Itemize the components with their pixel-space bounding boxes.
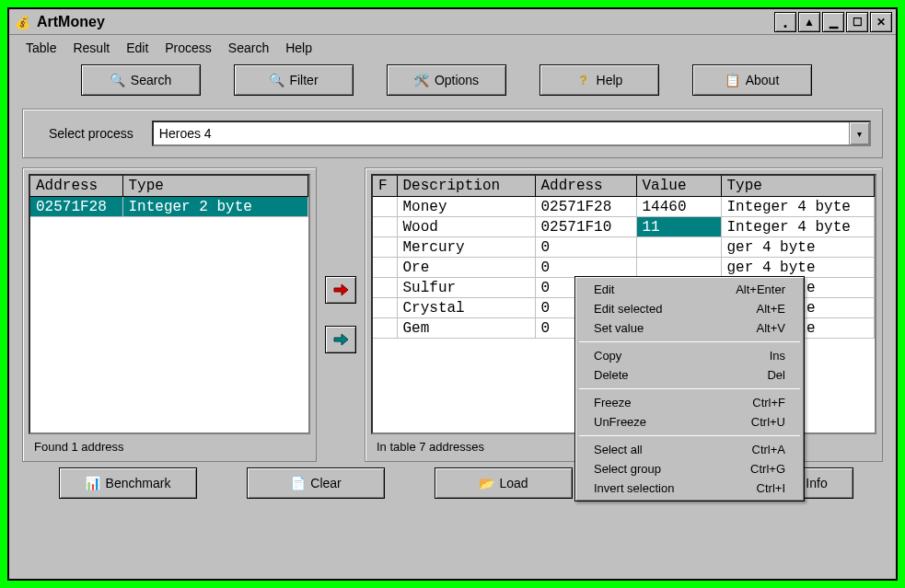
context-menu-item[interactable]: Select allCtrl+A	[577, 440, 802, 459]
search-button-label: Search	[131, 73, 171, 87]
context-menu: EditAlt+EnterEdit selectedAlt+ESet value…	[574, 276, 805, 502]
menu-process[interactable]: Process	[165, 40, 212, 55]
main-window: 💰 ArtMoney . ▲ ▁ ☐ ✕ Table Result Edit P…	[7, 7, 898, 581]
context-menu-item[interactable]: DeleteDel	[577, 365, 802, 385]
clear-icon: 📄	[290, 476, 305, 490]
context-menu-separator	[579, 435, 800, 436]
info-button-label: Info	[806, 476, 827, 490]
clear-button-label: Clear	[310, 476, 341, 490]
table-header-value[interactable]: Value	[636, 176, 721, 197]
titlebar-up-button[interactable]: ▲	[798, 12, 820, 32]
process-combo[interactable]: ▾	[152, 121, 871, 146]
menubar: Table Result Edit Process Search Help	[9, 35, 896, 64]
app-icon: 💰	[13, 13, 31, 31]
help-icon: ?	[576, 73, 591, 87]
main-toolbar: 🔍 Search 🔍 Filter 🛠️ Options ? Help 📋 Ab…	[9, 64, 896, 109]
filter-button[interactable]: 🔍 Filter	[234, 64, 354, 96]
close-button[interactable]: ✕	[870, 12, 892, 32]
options-button[interactable]: 🛠️ Options	[387, 64, 506, 96]
menu-result[interactable]: Result	[73, 40, 110, 55]
context-menu-item[interactable]: EditAlt+Enter	[577, 280, 802, 299]
context-menu-separator	[579, 341, 800, 342]
benchmark-button[interactable]: 📊 Benchmark	[59, 467, 197, 499]
context-menu-item[interactable]: UnFreezeCtrl+U	[577, 412, 802, 432]
minimize-button[interactable]: ▁	[822, 12, 844, 32]
menu-edit[interactable]: Edit	[126, 40, 148, 55]
menu-search[interactable]: Search	[228, 40, 269, 55]
found-status: Found 1 address	[29, 434, 310, 455]
context-menu-item[interactable]: CopyIns	[577, 346, 802, 365]
about-button-label: About	[746, 73, 780, 87]
benchmark-icon: 📊	[86, 476, 100, 490]
table-header-description[interactable]: Description	[397, 176, 535, 197]
table-row[interactable]: 02571F28Integer 2 byte	[30, 197, 308, 217]
process-label: Select process	[34, 126, 133, 141]
table-header-address[interactable]: Address	[535, 176, 636, 197]
about-icon: 📋	[725, 73, 740, 87]
context-menu-item[interactable]: Select groupCtrl+G	[577, 459, 802, 478]
titlebar: 💰 ArtMoney . ▲ ▁ ☐ ✕	[9, 9, 896, 35]
about-button[interactable]: 📋 About	[692, 64, 812, 96]
clear-button[interactable]: 📄 Clear	[247, 467, 385, 499]
menu-table[interactable]: Table	[26, 40, 56, 55]
transfer-arrows	[317, 167, 365, 462]
found-header-type[interactable]: Type	[122, 176, 308, 197]
move-right-button[interactable]	[325, 276, 356, 304]
maximize-button[interactable]: ☐	[846, 12, 868, 32]
benchmark-button-label: Benchmark	[106, 476, 171, 490]
load-button-label: Load	[499, 476, 528, 490]
load-button[interactable]: 📂 Load	[435, 467, 573, 499]
table-header-f[interactable]: F	[373, 176, 397, 197]
options-button-label: Options	[435, 73, 479, 87]
context-menu-item[interactable]: Set valueAlt+V	[577, 318, 802, 338]
process-input[interactable]	[154, 122, 849, 144]
help-button[interactable]: ? Help	[540, 64, 659, 96]
arrow-right-icon	[332, 283, 349, 296]
context-menu-item[interactable]: Invert selectionCtrl+I	[577, 478, 802, 498]
table-header-type[interactable]: Type	[721, 176, 875, 197]
table-row[interactable]: Wood02571F1011Integer 4 byte	[373, 217, 875, 237]
app-title: ArtMoney	[37, 14, 105, 30]
table-row[interactable]: Money02571F2814460Integer 4 byte	[373, 197, 875, 217]
context-menu-item[interactable]: Edit selectedAlt+E	[577, 299, 802, 318]
titlebar-dot-button[interactable]: .	[774, 12, 796, 32]
context-menu-separator	[579, 388, 800, 389]
context-menu-item[interactable]: FreezeCtrl+F	[577, 393, 802, 412]
options-icon: 🛠️	[414, 73, 429, 87]
found-group: Address Type 02571F28Integer 2 byte Foun…	[22, 167, 317, 462]
process-panel: Select process ▾	[22, 109, 883, 158]
search-button[interactable]: 🔍 Search	[81, 64, 201, 96]
help-button-label: Help	[597, 73, 623, 87]
filter-icon: 🔍	[269, 73, 284, 87]
svg-marker-0	[334, 284, 348, 295]
process-dropdown-button[interactable]: ▾	[849, 122, 869, 144]
move-right-all-button[interactable]	[325, 326, 356, 353]
found-list[interactable]: Address Type 02571F28Integer 2 byte	[29, 174, 310, 434]
found-header-address[interactable]: Address	[30, 176, 122, 197]
filter-button-label: Filter	[289, 73, 318, 87]
arrow-right-teal-icon	[332, 333, 349, 346]
load-icon: 📂	[479, 476, 493, 490]
menu-help[interactable]: Help	[285, 40, 312, 55]
search-icon: 🔍	[110, 73, 125, 87]
table-row[interactable]: Ore0ger 4 byte	[373, 258, 875, 278]
table-row[interactable]: Mercury0ger 4 byte	[373, 237, 875, 258]
svg-marker-1	[334, 334, 348, 345]
